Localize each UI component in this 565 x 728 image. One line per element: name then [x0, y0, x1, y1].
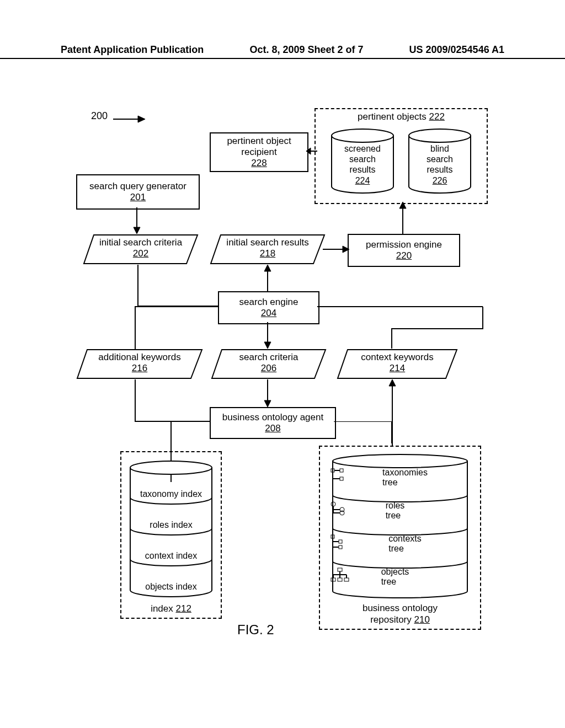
ref-200: 200: [91, 110, 108, 122]
figure-label: FIG. 2: [237, 622, 274, 638]
index-cylinder: taxonomy index roles index context index…: [128, 460, 214, 598]
svg-rect-53: [344, 578, 349, 581]
ontology-row-objects: objects tree: [330, 567, 470, 587]
arrow-201-to-202: [132, 207, 141, 234]
arrow-220-to-222: [398, 202, 407, 234]
search-criteria: search criteria 206: [211, 349, 327, 379]
initial-search-criteria: initial search criteria 202: [83, 234, 199, 265]
svg-rect-43: [339, 540, 342, 543]
ontology-caption: business ontologyrepository 210: [320, 603, 480, 625]
svg-rect-40: [331, 535, 334, 538]
svg-marker-11: [343, 246, 349, 253]
line-208-to-210: [334, 421, 400, 448]
permission-engine-box: permission engine 220: [348, 234, 460, 267]
ref-200-arrow: [113, 115, 146, 124]
arrow-206-to-208: [263, 379, 272, 407]
page: Patent Application Publication Oct. 8, 2…: [0, 0, 565, 728]
svg-rect-52: [338, 578, 342, 581]
line-216-to-204-left: [72, 302, 221, 352]
arrow-222-to-228: [306, 147, 317, 156]
additional-keywords: additional keywords 216: [76, 349, 203, 379]
svg-point-34: [331, 502, 335, 506]
svg-marker-13: [399, 202, 406, 208]
pertinent-objects-group: pertinent objects 222 screened search re…: [315, 108, 488, 204]
arrow-218-to-220: [323, 245, 349, 254]
blind-results-cylinder: blind search results 226: [407, 128, 473, 194]
screened-results-cylinder: screened search results 224: [329, 128, 396, 194]
svg-point-39: [340, 511, 344, 515]
svg-rect-45: [339, 545, 342, 549]
svg-rect-28: [331, 469, 334, 472]
svg-marker-23: [389, 379, 396, 386]
business-ontology-agent-box: business ontology agent 208: [210, 407, 336, 439]
initial-search-results: initial search results 218: [210, 234, 326, 265]
svg-marker-18: [264, 342, 271, 349]
svg-rect-33: [340, 477, 343, 480]
svg-rect-30: [340, 469, 343, 472]
svg-rect-46: [338, 568, 342, 571]
arrow-204-to-206: [263, 322, 272, 349]
search-query-generator-box: search query generator 201: [76, 174, 200, 210]
svg-point-27: [333, 454, 467, 468]
ontology-repository-group: taxonomies tree roles tree: [319, 446, 481, 630]
line-208-to-216: [130, 379, 212, 424]
pertinent-object-recipient-box: pertinent object recipient 228: [210, 132, 308, 172]
svg-marker-25: [264, 400, 271, 407]
ontology-row-taxonomies: taxonomies tree: [330, 468, 470, 488]
ontology-row-contexts: contexts tree: [330, 534, 470, 554]
arrow-204-to-218: [263, 265, 272, 291]
search-engine-box: search engine 204: [218, 291, 319, 324]
line-214-to-204-right: [386, 307, 491, 351]
svg-rect-51: [331, 578, 335, 581]
index-group: taxonomy index roles index context index…: [120, 451, 222, 619]
svg-marker-5: [306, 148, 311, 154]
ontology-cylinder: taxonomies tree roles tree: [330, 453, 470, 599]
pertinent-objects-title: pertinent objects 222: [316, 111, 487, 122]
diagram-canvas: 200 pertinent objects 222 screened searc…: [0, 0, 565, 728]
index-caption: index 212: [121, 603, 221, 614]
context-keywords: context keywords 214: [337, 349, 458, 379]
svg-marker-7: [134, 227, 140, 234]
svg-marker-1: [138, 116, 145, 122]
svg-marker-15: [264, 265, 271, 271]
ontology-row-roles: roles tree: [330, 501, 470, 521]
